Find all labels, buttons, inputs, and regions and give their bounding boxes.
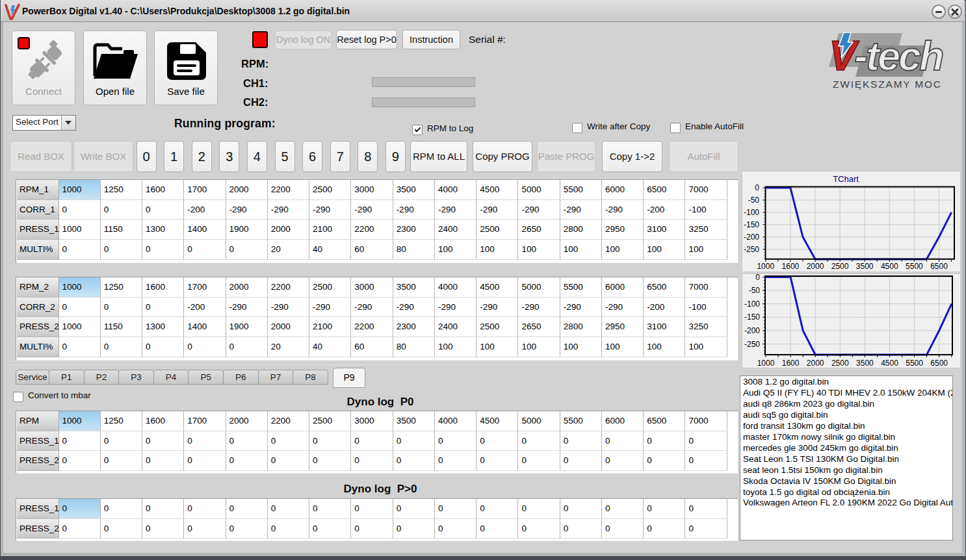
svg-text:-50: -50: [749, 286, 761, 295]
svg-text:2000: 2000: [807, 359, 824, 368]
svg-text:1600: 1600: [782, 359, 800, 368]
svg-text:TChart: TChart: [833, 174, 859, 184]
svg-text:-250: -250: [744, 340, 760, 349]
svg-text:2500: 2500: [831, 262, 849, 271]
svg-text:6500: 6500: [930, 359, 948, 368]
svg-text:-100: -100: [744, 208, 759, 217]
svg-text:0: 0: [755, 183, 759, 192]
svg-text:-150: -150: [744, 220, 759, 229]
svg-text:5500: 5500: [906, 262, 923, 271]
svg-text:-200: -200: [744, 233, 759, 242]
svg-text:0: 0: [755, 274, 760, 282]
svg-text:1000: 1000: [757, 262, 774, 271]
svg-text:4500: 4500: [881, 359, 898, 368]
svg-text:-100: -100: [744, 299, 760, 309]
svg-text:1000: 1000: [757, 359, 775, 368]
svg-text:4500: 4500: [881, 262, 898, 271]
svg-text:-150: -150: [744, 312, 760, 322]
svg-text:-200: -200: [744, 326, 760, 335]
svg-text:6500: 6500: [930, 262, 948, 271]
svg-text:-250: -250: [744, 245, 759, 254]
svg-text:ZWIĘKSZAMY MOC: ZWIĘKSZAMY MOC: [833, 79, 942, 90]
svg-text:1600: 1600: [782, 262, 800, 271]
svg-text:-tech: -tech: [854, 33, 943, 79]
svg-text:3500: 3500: [856, 359, 874, 368]
svg-text:5500: 5500: [906, 359, 923, 368]
svg-text:3500: 3500: [856, 262, 874, 271]
svg-text:2000: 2000: [807, 262, 824, 271]
svg-text:2500: 2500: [831, 359, 849, 368]
svg-text:-50: -50: [748, 196, 760, 205]
